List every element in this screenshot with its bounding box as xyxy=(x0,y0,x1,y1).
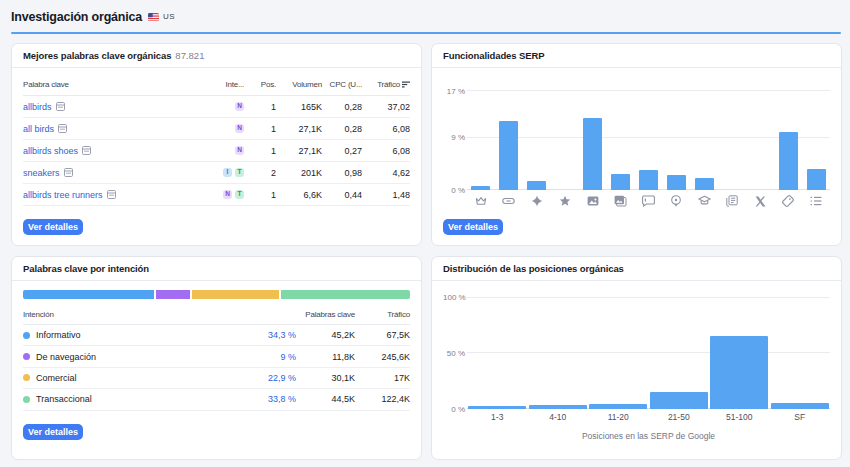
bar[interactable] xyxy=(589,404,647,409)
keyword-link[interactable]: sneakers xyxy=(23,168,60,178)
bar[interactable] xyxy=(710,336,768,410)
review-bubble-icon[interactable] xyxy=(635,195,663,207)
column-header-intent[interactable]: Inte... xyxy=(210,80,244,89)
serp-details-button[interactable]: Ver detalles xyxy=(443,219,503,235)
bar[interactable] xyxy=(807,169,826,190)
sparkle-icon[interactable] xyxy=(523,195,551,207)
intent-percent-link[interactable]: 9 % xyxy=(280,352,296,362)
list-icon[interactable] xyxy=(802,195,830,207)
bar-slot xyxy=(523,68,551,190)
intent-badges: IT xyxy=(210,168,244,177)
intent-traffic-value: 122,4K xyxy=(355,394,410,404)
x-twitter-icon[interactable] xyxy=(746,196,774,207)
bar-slot xyxy=(718,68,746,190)
keyword-volume: 6,6K xyxy=(276,190,322,200)
keywords-details-button[interactable]: Ver detalles xyxy=(23,219,83,235)
intents-details-button[interactable]: Ver detalles xyxy=(23,424,83,440)
column-header-volume[interactable]: Volumen xyxy=(276,80,322,89)
location-pin-icon[interactable] xyxy=(662,195,690,207)
x-tick-label: 51-100 xyxy=(709,412,770,422)
y-axis-label: 9 % xyxy=(443,133,465,142)
bar-slot xyxy=(709,281,770,409)
bar[interactable] xyxy=(529,405,587,409)
intent-badge-I[interactable]: I xyxy=(223,168,232,177)
intent-percent-link[interactable]: 22,9 % xyxy=(268,373,296,383)
intent-traffic-value: 17K xyxy=(355,373,410,383)
keyword-link[interactable]: allbirds tree runners xyxy=(23,190,103,200)
column-header-intent-traffic: Tráfico xyxy=(355,310,410,319)
database-label[interactable]: US xyxy=(163,12,175,21)
bar[interactable] xyxy=(471,186,490,190)
image-icon[interactable] xyxy=(579,195,607,207)
serp-preview-icon[interactable] xyxy=(82,146,91,155)
keyword-link[interactable]: allbirds shoes xyxy=(23,146,78,156)
bar[interactable] xyxy=(468,406,526,409)
bar[interactable] xyxy=(583,118,602,190)
intent-badge-T[interactable]: T xyxy=(235,190,244,199)
intent-name: Comercial xyxy=(23,373,236,383)
intent-distribution-bar xyxy=(23,290,410,299)
tag-icon[interactable] xyxy=(774,195,802,207)
keyword-cell: sneakers xyxy=(23,168,210,178)
intent-table-header: Intención Palabras clave Tráfico xyxy=(23,299,410,325)
keyword-position: 1 xyxy=(244,190,276,200)
column-header-traffic-text: Tráfico xyxy=(377,80,400,89)
column-header-traffic[interactable]: Tráfico xyxy=(362,80,410,89)
keyword-row: all birdsN127,1K0,286,08 xyxy=(23,118,410,140)
y-axis-label: 100 % xyxy=(443,293,465,302)
keyword-row: allbirds shoesN127,1K0,276,08 xyxy=(23,140,410,162)
column-header-cpc[interactable]: CPC (U... xyxy=(322,80,362,89)
intent-badge-T[interactable]: T xyxy=(235,168,244,177)
intent-badge-N[interactable]: N xyxy=(235,146,244,155)
keyword-volume: 27,1K xyxy=(276,146,322,156)
bar[interactable] xyxy=(499,121,518,190)
image-pack-icon[interactable] xyxy=(607,195,635,207)
link-icon[interactable] xyxy=(495,195,523,207)
bar[interactable] xyxy=(667,175,686,190)
bar[interactable] xyxy=(527,181,546,190)
serp-preview-icon[interactable] xyxy=(56,102,65,111)
intent-percent-link[interactable]: 34,3 % xyxy=(268,330,296,340)
bar-slot xyxy=(588,281,649,409)
intent-badge-N[interactable]: N xyxy=(223,190,232,199)
serp-preview-icon[interactable] xyxy=(58,124,67,133)
intent-segment-transaccional[interactable] xyxy=(281,290,410,299)
intent-badge-N[interactable]: N xyxy=(235,124,244,133)
keywords-table: Palabra clave Inte... Pos. Volumen CPC (… xyxy=(23,68,410,206)
intent-keywords-value: 11,8K xyxy=(296,352,355,362)
star-icon[interactable] xyxy=(551,195,579,207)
keyword-cpc: 0,44 xyxy=(322,190,362,200)
bar-slot xyxy=(774,68,802,190)
intent-segment-informativo[interactable] xyxy=(23,290,154,299)
bar[interactable] xyxy=(695,178,714,190)
intent-badge-N[interactable]: N xyxy=(235,102,244,111)
keyword-traffic: 37,02 xyxy=(362,102,410,112)
column-header-position[interactable]: Pos. xyxy=(244,80,276,89)
intent-percent-link[interactable]: 33,8 % xyxy=(268,394,296,404)
bar-slot xyxy=(770,281,831,409)
keyword-cpc: 0,28 xyxy=(322,102,362,112)
y-axis-label: 0 % xyxy=(443,404,465,413)
bar[interactable] xyxy=(639,170,658,190)
news-icon[interactable] xyxy=(718,195,746,207)
bar-slot xyxy=(649,281,710,409)
graduation-cap-icon[interactable] xyxy=(690,195,718,207)
serp-preview-icon[interactable] xyxy=(107,190,116,199)
crown-icon[interactable] xyxy=(467,195,495,207)
bar[interactable] xyxy=(650,392,708,409)
column-header-intent-name: Intención xyxy=(23,310,236,319)
serp-features-chart: 0 %9 %17 % xyxy=(443,68,830,190)
keyword-link[interactable]: all birds xyxy=(23,124,54,134)
bar[interactable] xyxy=(611,174,630,190)
intent-segment-de-navegación[interactable] xyxy=(156,290,190,299)
bar[interactable] xyxy=(771,403,829,409)
intent-keywords-value: 45,2K xyxy=(296,330,355,340)
bar[interactable] xyxy=(779,132,798,190)
keywords-table-header: Palabra clave Inte... Pos. Volumen CPC (… xyxy=(23,68,410,96)
column-header-keyword[interactable]: Palabra clave xyxy=(23,80,210,89)
serp-preview-icon[interactable] xyxy=(64,168,73,177)
keyword-link[interactable]: allbirds xyxy=(23,102,52,112)
keyword-traffic: 6,08 xyxy=(362,124,410,134)
panel-header-positions: Distribución de las posiciones orgánicas xyxy=(432,257,841,281)
intent-segment-comercial[interactable] xyxy=(192,290,279,299)
